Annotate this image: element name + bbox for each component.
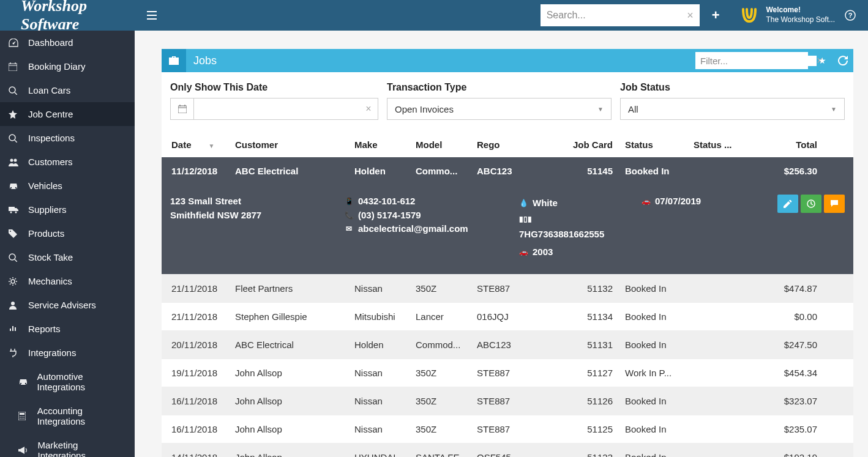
sidebar-item-mechanics[interactable]: Mechanics	[0, 269, 135, 293]
refresh-button[interactable]	[832, 49, 853, 72]
date-input[interactable]	[194, 98, 359, 119]
col-jobcard[interactable]: Job Card	[564, 139, 625, 150]
sidebar-item-label: Reports	[28, 324, 61, 334]
sidebar-item-booking-diary[interactable]: Booking Diary	[0, 54, 135, 78]
col-model[interactable]: Model	[416, 139, 477, 150]
sidebar-item-label: Loan Cars	[28, 85, 70, 95]
sidebar-item-reports[interactable]: Reports	[0, 317, 135, 341]
table-row[interactable]: 14/11/2018John AllsopHYUNDAISANTA FEQSF5…	[162, 443, 853, 457]
svg-point-6	[10, 158, 13, 162]
sidebar-item-products[interactable]: Products	[0, 221, 135, 245]
sidebar-item-label: Booking Diary	[28, 61, 85, 72]
svg-point-11	[15, 211, 17, 213]
help-icon[interactable]: ?	[835, 10, 861, 21]
svg-point-16	[20, 383, 21, 384]
users-icon	[9, 158, 20, 166]
message-button[interactable]	[824, 195, 845, 213]
search-icon	[9, 134, 20, 143]
col-total[interactable]: Total	[747, 139, 821, 150]
email-address: abcelectrical@gmail.com	[358, 222, 468, 236]
sidebar-item-inspections[interactable]: Inspections	[0, 126, 135, 150]
table-row[interactable]: 20/11/2018ABC ElectricalHoldenCommod...A…	[162, 330, 853, 359]
mobile-icon: 📱	[345, 196, 353, 207]
address-line1: 123 Small Street	[170, 195, 339, 209]
sidebar-item-label: Accounting Integrations	[37, 406, 126, 426]
calendar-icon[interactable]	[171, 98, 194, 119]
star-icon	[9, 110, 20, 119]
filter-bar: Only Show This Date × Transaction Type O…	[162, 72, 853, 132]
barcode-icon: ▮▯▮	[519, 212, 528, 226]
table-row-expanded[interactable]: 11/12/2018 ABC Electrical Holden Commo..…	[162, 157, 853, 185]
sidebar-item-label: Inspections	[28, 133, 75, 143]
search-clear-icon[interactable]: ×	[687, 9, 694, 22]
table-row[interactable]: 21/11/2018Fleet PartnersNissan350ZSTE887…	[162, 274, 853, 302]
col-status[interactable]: Status	[625, 139, 694, 150]
sidebar-item-marketing-integrations[interactable]: Marketing Integrations	[0, 433, 135, 457]
calc-icon	[18, 412, 29, 420]
menu-toggle[interactable]	[142, 11, 162, 20]
sidebar-item-customers[interactable]: Customers	[0, 150, 135, 174]
content-area: Jobs × ★ Only Show This Date	[135, 31, 868, 457]
col-rego[interactable]: Rego	[477, 139, 564, 150]
search-input[interactable]	[547, 10, 687, 21]
sidebar-item-suppliers[interactable]: Suppliers	[0, 198, 135, 221]
table-row[interactable]: 21/11/2018Stephen GillespieMitsubishiLan…	[162, 302, 853, 330]
job-status-select[interactable]: All ▼	[620, 98, 845, 120]
date-filter-label: Only Show This Date	[170, 82, 378, 93]
horn-icon	[18, 446, 29, 455]
svg-point-14	[11, 280, 15, 283]
col-make[interactable]: Make	[354, 139, 416, 150]
sidebar-item-dashboard[interactable]: Dashboard	[0, 31, 135, 54]
vin-number: 7HG7363881662555	[519, 226, 635, 243]
sidebar-item-label: Integrations	[28, 347, 76, 358]
sidebar-item-stock-take[interactable]: Stock Take	[0, 245, 135, 269]
svg-rect-19	[20, 413, 24, 415]
global-search[interactable]: ×	[541, 4, 700, 26]
car-icon	[9, 182, 20, 190]
table-row[interactable]: 19/11/2018John AllsopNissan350ZSTE887511…	[162, 359, 853, 387]
transaction-type-label: Transaction Type	[387, 82, 612, 93]
sidebar-item-vehicles[interactable]: Vehicles	[0, 174, 135, 198]
app-logo: Workshop Software	[7, 0, 142, 34]
add-button[interactable]: +	[700, 7, 732, 23]
table-row[interactable]: 16/11/2018John AllsopNissan350ZSTE887511…	[162, 387, 853, 415]
svg-point-7	[14, 158, 17, 162]
transaction-type-select[interactable]: Open Invoices ▼	[387, 98, 612, 120]
sidebar-item-accounting-integrations[interactable]: Accounting Integrations	[0, 399, 135, 433]
sidebar-item-automotive-integrations[interactable]: Automotive Integrations	[0, 365, 135, 399]
sidebar-item-service-advisers[interactable]: Service Advisers	[0, 293, 135, 317]
email-icon: ✉	[345, 223, 353, 234]
jobs-table: Date▼ Customer Make Model Rego Job Card …	[162, 132, 853, 457]
edit-button[interactable]	[777, 195, 798, 213]
date-clear-icon[interactable]: ×	[359, 98, 378, 119]
svg-point-20	[20, 416, 21, 417]
sidebar-item-label: Products	[28, 228, 64, 239]
filter-box[interactable]: ×	[695, 52, 808, 69]
sidebar-item-job-centre[interactable]: Job Centre	[0, 102, 135, 126]
svg-point-8	[10, 187, 12, 188]
svg-point-10	[10, 211, 12, 213]
col-date[interactable]: Date▼	[170, 139, 235, 150]
sidebar-item-label: Service Advisers	[28, 300, 96, 310]
dashboard-icon	[9, 39, 20, 47]
sidebar-item-loan-cars[interactable]: Loan Cars	[0, 78, 135, 102]
date-filter[interactable]: ×	[170, 98, 378, 120]
col-status-additional[interactable]: Status ...	[694, 139, 747, 150]
sidebar-item-label: Marketing Integrations	[38, 440, 126, 457]
sidebar-item-label: Automotive Integrations	[37, 371, 126, 392]
sort-desc-icon: ▼	[192, 143, 215, 149]
phone-number: (03) 5174-1579	[358, 209, 421, 223]
due-date: 07/07/2019	[655, 195, 701, 209]
clock-button[interactable]	[801, 195, 821, 213]
filter-input[interactable]	[700, 56, 817, 66]
favorite-button[interactable]: ★	[812, 49, 832, 72]
sidebar-item-integrations[interactable]: Integrations	[0, 341, 135, 365]
table-row[interactable]: 16/11/2018John AllsopNissan350ZSTE887511…	[162, 415, 853, 443]
sidebar-item-label: Job Centre	[28, 109, 73, 119]
col-customer[interactable]: Customer	[235, 139, 354, 150]
svg-point-12	[10, 231, 11, 232]
svg-point-5	[9, 135, 15, 141]
row-details: 123 Small Street Smithfield NSW 2877 📱04…	[162, 185, 853, 274]
sidebar-item-label: Mechanics	[28, 276, 72, 286]
car-icon	[18, 378, 29, 385]
